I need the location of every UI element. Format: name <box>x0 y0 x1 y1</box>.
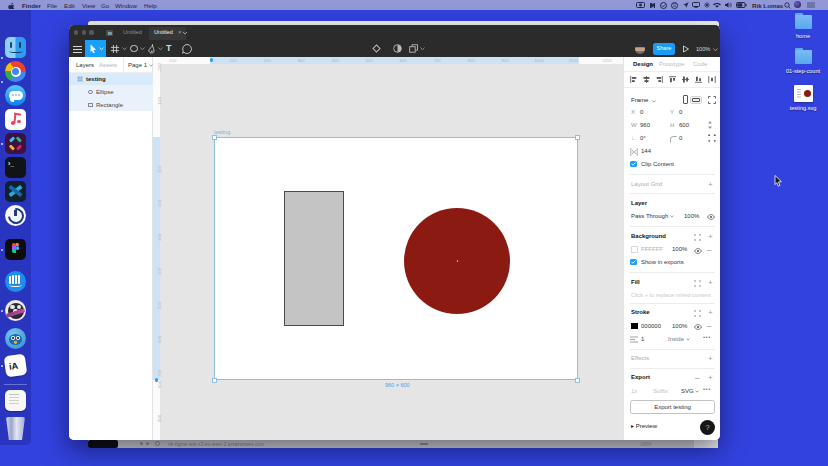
svg-text:0: 0 <box>673 3 676 8</box>
